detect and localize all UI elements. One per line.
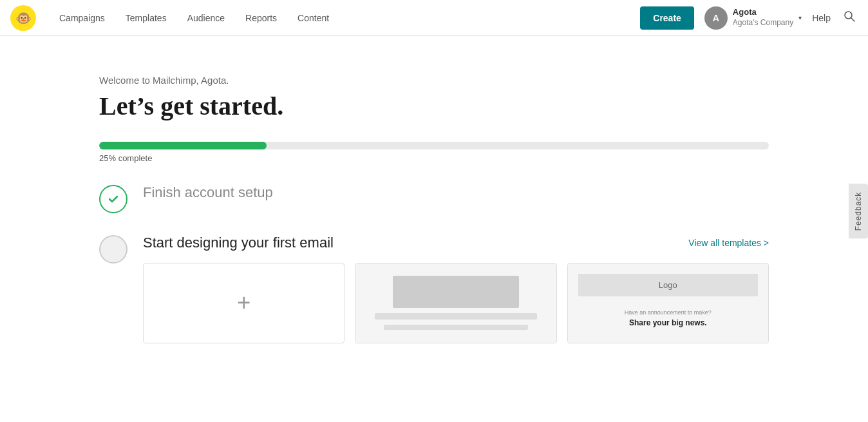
create-button[interactable]: Create xyxy=(640,6,694,30)
progress-fill xyxy=(99,142,267,149)
navbar: 🐵 Campaigns Templates Audience Reports C… xyxy=(0,0,868,36)
search-icon xyxy=(844,10,855,22)
template-card-announcement[interactable]: Logo Have an announcement to make? Share… xyxy=(567,263,769,343)
user-menu[interactable]: A Agota Agota's Company ▾ xyxy=(704,6,802,30)
layout-preview xyxy=(355,264,556,343)
chevron-down-icon: ▾ xyxy=(798,14,802,21)
announce-preview: Logo Have an announcement to make? Share… xyxy=(568,264,768,343)
svg-point-2 xyxy=(845,12,852,19)
step-content-email: Start designing your first email View al… xyxy=(143,234,769,343)
user-details: Agota Agota's Company xyxy=(733,7,793,28)
svg-text:🐵: 🐵 xyxy=(15,10,32,26)
progress-container: 25% complete xyxy=(99,142,769,163)
template-cards: + Logo xyxy=(143,263,769,343)
step-circle-pending xyxy=(99,235,127,264)
announce-headline: Share your big news. xyxy=(583,318,753,327)
nav-audience[interactable]: Audience xyxy=(180,8,232,28)
announce-tagline: Have an announcement to make? xyxy=(583,309,753,316)
main-content: Welcome to Mailchimp, Agota. Let’s get s… xyxy=(48,36,820,390)
progress-label: 25% complete xyxy=(99,153,769,163)
template-card-blank[interactable]: + xyxy=(143,263,344,343)
page-title: Let’s get started. xyxy=(99,91,769,121)
avatar: A xyxy=(704,6,728,30)
nav-campaigns[interactable]: Campaigns xyxy=(52,8,113,28)
progress-track xyxy=(99,142,769,149)
nav-links: Campaigns Templates Audience Reports Con… xyxy=(52,8,640,28)
nav-content[interactable]: Content xyxy=(290,8,337,28)
step-account-setup: Finish account setup xyxy=(99,184,769,213)
svg-line-3 xyxy=(851,18,854,21)
help-link[interactable]: Help xyxy=(812,13,831,23)
view-all-templates-link[interactable]: View all templates > xyxy=(688,238,769,248)
nav-templates[interactable]: Templates xyxy=(118,8,175,28)
checkmark-icon xyxy=(107,193,120,206)
step-title-email: Start designing your first email xyxy=(143,234,334,253)
mailchimp-logo[interactable]: 🐵 xyxy=(10,5,36,31)
step-first-email: Start designing your first email View al… xyxy=(99,234,769,343)
feedback-tab[interactable]: Feedback xyxy=(849,184,868,238)
layout-block-text1 xyxy=(375,313,536,320)
user-name: Agota xyxy=(733,7,793,18)
nav-reports[interactable]: Reports xyxy=(238,8,285,28)
layout-block-image xyxy=(393,276,519,308)
template-card-layout[interactable] xyxy=(355,263,556,343)
plus-icon: + xyxy=(237,289,250,316)
user-company: Agota's Company xyxy=(733,18,793,28)
search-button[interactable] xyxy=(841,8,858,28)
step2-header: Start designing your first email View al… xyxy=(143,234,769,253)
step-circle-completed xyxy=(99,185,127,213)
layout-block-text2 xyxy=(384,325,527,330)
announce-logo: Logo xyxy=(578,274,758,296)
welcome-text: Welcome to Mailchimp, Agota. xyxy=(99,75,769,86)
feedback-tab-wrapper[interactable]: Feedback xyxy=(849,184,868,238)
steps-container: Finish account setup Start designing you… xyxy=(99,184,769,343)
step-content-account: Finish account setup xyxy=(143,184,769,202)
nav-right: Create A Agota Agota's Company ▾ Help xyxy=(640,6,858,30)
step-title-account: Finish account setup xyxy=(143,184,769,202)
announce-body: Have an announcement to make? Share your… xyxy=(578,304,758,332)
